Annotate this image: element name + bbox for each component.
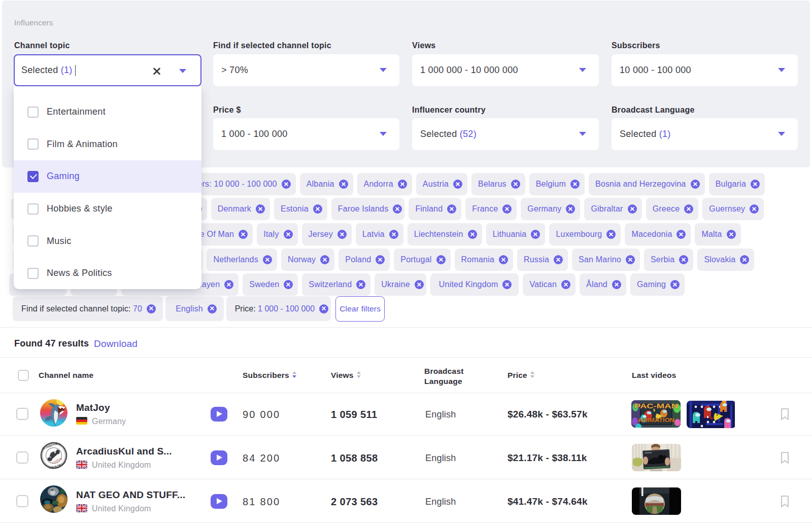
svg-text:PAC-MAN: PAC-MAN xyxy=(634,402,678,410)
svg-text:ANIMATION: ANIMATION xyxy=(638,417,674,423)
